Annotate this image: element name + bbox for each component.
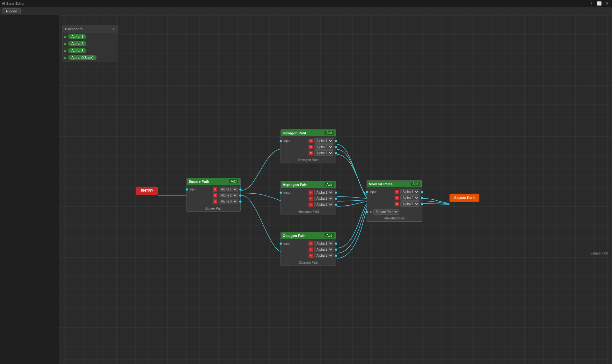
movein-alpha3-select[interactable]: Alpha 3 [400,201,419,207]
expand-arrow-alpha0back[interactable]: ▶ [64,56,67,60]
blackboard-panel: Blackboard + ▶ Alpha 1 ▶ Alpha 2 ▶ Alpha… [62,25,118,61]
square-alpha3-dot[interactable] [239,200,242,203]
toolbar: Reload [0,7,612,15]
octagon-alpha3-select[interactable]: Alpha 3 [314,253,333,258]
alpha0back-tag[interactable]: Alpha 0(Back) [68,55,97,60]
blackboard-item-alpha0back: ▶ Alpha 0(Back) [62,54,118,61]
hexagon-alpha3-select[interactable]: Alpha 3 [314,150,333,156]
heptagon-alpha2-select[interactable]: Alpha 2 [314,196,333,201]
alpha3-tag[interactable]: Alpha 3 [68,48,86,53]
maximize-button[interactable]: ⬜ [596,1,603,6]
movein-in-dot[interactable] [366,211,368,213]
movein-alpha1-remove[interactable]: ✕ [395,190,399,194]
square-path-label: Square Path [187,206,240,211]
movein-alpha1-dot[interactable] [421,191,423,193]
movein-alpha3-dot[interactable] [421,203,423,205]
movein-input-label: Input [369,190,376,194]
entry-node-container: ENTRY Next [136,187,150,191]
square-alpha3-select[interactable]: Alpha 3 [219,199,238,204]
heptagon-alpha2-row: ✕ Alpha 2 [283,196,334,201]
square-alpha1-remove[interactable]: ✕ [213,187,217,192]
reload-button[interactable]: Reload [3,8,21,14]
movein-circles-label: MoveInCircles [367,216,422,221]
movein-circles-add-button[interactable]: Add [411,182,420,186]
heptagon-paht-add-button[interactable]: Add [324,182,334,187]
heptagon-paht-header: Heptagon Paht Add [281,181,336,188]
movein-circles-body: Input ✕ Alpha 1 ✕ Alpha 2 ✕ Alpha 3 [367,187,422,209]
close-button[interactable]: ✕ [604,1,610,6]
hexagon-alpha2-remove[interactable]: ✕ [309,145,313,149]
octagon-alpha3-remove[interactable]: ✕ [309,253,313,258]
octagon-alpha1-remove[interactable]: ✕ [309,241,313,246]
square-path-add-button[interactable]: Add [229,179,238,183]
heptagon-alpha2-dot[interactable] [335,197,337,200]
movein-alpha2-select[interactable]: Alpha 2 [400,195,419,201]
movein-input-dot[interactable] [366,191,368,193]
heptagon-alpha3-select[interactable]: Alpha 3 [314,202,333,207]
hexagon-input-dot[interactable] [280,140,282,142]
expand-arrow-alpha1[interactable]: ▶ [64,35,67,39]
hexagon-alpha3-dot[interactable] [335,152,337,154]
hexagon-alpha1-remove[interactable]: ✕ [309,139,313,143]
octagon-alpha2-select[interactable]: Alpha 2 [314,247,333,252]
square-alpha1-dot[interactable] [239,188,242,191]
square-path-input-label: Input [189,188,196,191]
octagon-input-dot[interactable] [280,242,282,245]
square-alpha3-remove[interactable]: ✕ [213,199,217,204]
heptagon-alpha1-remove[interactable]: ✕ [309,190,313,195]
square-path-title: Square Path [189,180,209,183]
hexagon-paht-add-button[interactable]: Add [324,131,334,135]
octagon-alpha1-select[interactable]: Alpha 1 [314,241,333,246]
movein-alpha2-remove[interactable]: ✕ [395,196,399,200]
alpha1-tag[interactable]: Alpha 1 [68,34,86,39]
octagon-alpha3-dot[interactable] [335,254,337,257]
heptagon-input-row: Input ✕ Alpha 1 [283,190,334,195]
octagon-alpha2-dot[interactable] [335,248,337,251]
hexagon-paht-body: Input ✕ Alpha 1 ✕ Alpha 2 ✕ Alpha 3 [281,136,336,158]
square-alpha2-dot[interactable] [239,194,242,197]
square-alpha1-select[interactable]: Alpha 1 [219,187,238,192]
movein-in-port-row: In Square Path [367,209,422,216]
hexagon-alpha2-dot[interactable] [335,146,337,148]
octagon-input-row: Input ✕ Alpha 1 [283,241,334,246]
movein-in-select[interactable]: Square Path [373,209,399,215]
heptagon-alpha3-dot[interactable] [335,203,337,206]
entry-label: ENTRY [141,189,153,193]
heptagon-input-dot[interactable] [280,191,282,194]
hexagon-alpha3-remove[interactable]: ✕ [309,151,313,155]
expand-arrow-alpha3[interactable]: ▶ [64,49,67,53]
heptagon-alpha2-remove[interactable]: ✕ [309,196,313,201]
title-bar: AI State Editor ⋮ ⬜ ✕ [0,0,612,7]
square-alpha2-remove[interactable]: ✕ [213,193,217,198]
heptagon-input-label: Input [283,191,290,194]
heptagon-alpha1-dot[interactable] [335,191,337,194]
heptagon-paht-label: Heptagon Paht [281,209,336,215]
hexagon-alpha2-select[interactable]: Alpha 2 [314,144,333,150]
octagon-alpha2-remove[interactable]: ✕ [309,247,313,252]
hexagon-alpha1-dot[interactable] [335,140,337,142]
blackboard-item-alpha2: ▶ Alpha 2 [62,40,118,47]
heptagon-paht-node: Heptagon Paht Add Input ✕ Alpha 1 ✕ Alph… [280,181,336,215]
heptagon-alpha3-remove[interactable]: ✕ [309,203,313,207]
square-path-alpha3-row: ✕ Alpha 3 [189,199,238,204]
more-button[interactable]: ⋮ [588,1,594,6]
hexagon-alpha1-select[interactable]: Alpha 1 [314,138,333,144]
title-bar-right: ⋮ ⬜ ✕ [588,1,610,6]
movein-circles-node: MoveInCircles Add Input ✕ Alpha 1 ✕ Alph… [367,180,422,222]
heptagon-alpha1-select[interactable]: Alpha 1 [314,190,333,195]
alpha2-tag[interactable]: Alpha 2 [68,41,86,46]
octagon-path-title: Octagon Path [283,234,306,238]
expand-arrow-alpha2[interactable]: ▶ [64,42,67,46]
octagon-alpha1-dot[interactable] [335,242,337,245]
canvas-area[interactable]: Blackboard + ▶ Alpha 1 ▶ Alpha 2 ▶ Alpha… [59,15,612,364]
octagon-path-add-button[interactable]: Add [324,233,334,238]
square-alpha2-select[interactable]: Alpha 2 [219,193,238,198]
blackboard-title: Blackboard [65,27,83,31]
square-path-input-dot[interactable] [186,188,188,191]
movein-input-row: Input ✕ Alpha 1 [369,189,420,195]
movein-alpha2-dot[interactable] [421,197,423,199]
movein-alpha3-remove[interactable]: ✕ [395,202,399,206]
blackboard-add-button[interactable]: + [113,27,115,31]
movein-alpha1-select[interactable]: Alpha 1 [400,189,419,195]
hexagon-input-label: Input [283,139,290,143]
